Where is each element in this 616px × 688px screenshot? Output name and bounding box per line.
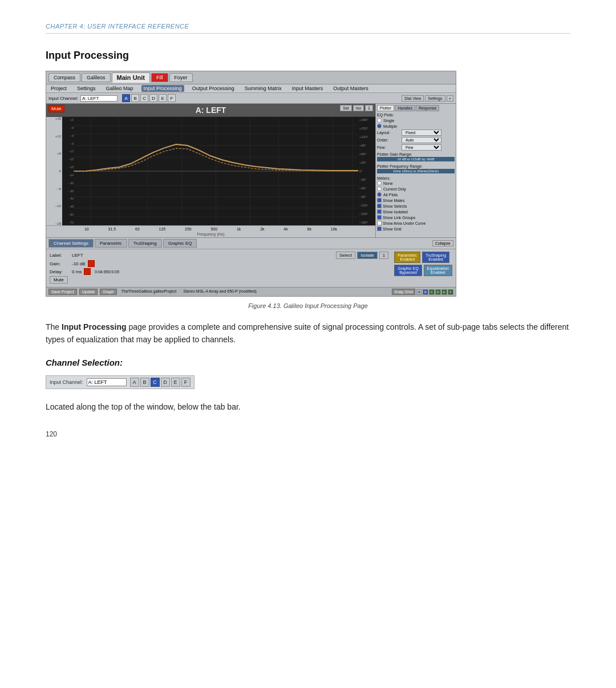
eq-graph-svg (74, 117, 358, 225)
body-text-bold: Input Processing (62, 322, 127, 331)
graphic-eq-tab[interactable]: Graphic EQ (163, 239, 197, 248)
show-mates-checkbox[interactable] (377, 198, 382, 203)
matrix-cell-4[interactable]: D (435, 289, 441, 295)
cw-btn-d[interactable]: D (161, 378, 170, 387)
cw-btn-c[interactable]: C (151, 378, 160, 387)
chapter-header: CHAPTER 4: USER INTERFACE REFERENCE (46, 23, 570, 34)
ch-btn-c[interactable]: C (140, 94, 148, 102)
parametric-tab[interactable]: Parametric (95, 239, 127, 248)
trushaping-tab[interactable]: TruShaping (128, 239, 162, 248)
menu-galileo-map[interactable]: Galileo Map (104, 85, 136, 92)
multiple-radio[interactable] (377, 124, 382, 128)
menu-project[interactable]: Project (48, 85, 69, 92)
eq-enabled-btn[interactable]: EqualizationEnabled (424, 265, 452, 276)
matrix-cell-5[interactable]: E (441, 289, 447, 295)
show-isolated-checkbox[interactable] (377, 209, 382, 214)
ch-btn-b[interactable]: B (131, 94, 139, 102)
label-field-label: Label: (50, 253, 70, 258)
handles-tab[interactable]: Handles (395, 105, 415, 111)
save-project-button[interactable]: Save Project (48, 289, 77, 295)
fine-dropdown[interactable]: Fine (402, 144, 441, 151)
dial-view-btn[interactable]: Dial View (402, 95, 424, 102)
ch-settings-right: ParametricEnabled TruShapingEnabled Grap… (394, 252, 452, 285)
ch-btn-a[interactable]: A (122, 94, 130, 102)
parametric-enabled-btn[interactable]: ParametricEnabled (394, 252, 420, 263)
show-link-groups-checkbox[interactable] (377, 215, 382, 220)
menu-summing-matrix[interactable]: Summing Matrix (242, 85, 284, 92)
cw-btn-a[interactable]: A (130, 378, 139, 387)
settings-btn[interactable]: Settings (425, 95, 445, 102)
graph-button[interactable]: Graph (100, 289, 116, 295)
mute-button[interactable]: Mute (48, 105, 64, 112)
tab-foyer[interactable]: Foyer (169, 73, 193, 82)
show-area-checkbox[interactable] (377, 221, 382, 225)
cw-input[interactable] (87, 378, 127, 386)
meters-current-radio[interactable] (377, 187, 382, 191)
show-selects-row: Show Selects (377, 204, 455, 208)
page-number: 120 (46, 430, 570, 438)
single-radio[interactable] (377, 118, 382, 123)
menu-settings[interactable]: Settings (75, 85, 98, 92)
matrix-cell-3[interactable]: C (429, 289, 435, 295)
channel-selection-widget: Input Channel: A B C D E F (46, 375, 194, 389)
graphic-bypassed-btn[interactable]: Graphic EQBypassed (394, 265, 422, 276)
eq-plots-label: EQ Plots: (377, 113, 400, 117)
meters-none-row: None (377, 181, 455, 185)
meters-none-radio[interactable] (377, 181, 382, 185)
order-dropdown[interactable]: Auto (402, 137, 441, 143)
menu-output-processing[interactable]: Output Processing (190, 85, 237, 92)
status-bar: Save Project Update Graph TheThreeGalleo… (46, 287, 456, 296)
tab-galileos[interactable]: Galileos (82, 73, 111, 82)
layout-dropdown[interactable]: Fixed (402, 129, 441, 136)
trushaping-enabled-btn[interactable]: TruShapingEnabled (422, 252, 449, 263)
tab-fill[interactable]: Fill (151, 73, 168, 82)
select-button[interactable]: Select (336, 252, 355, 259)
single-row: Single (377, 118, 455, 123)
settings-panel: Plotter Handles Response EQ Plots: Singl… (376, 104, 456, 237)
plotter-gain-range-btn[interactable]: ±0 dB to ±15dB by ±6dB (377, 157, 455, 161)
menu-input-processing[interactable]: Input Processing (141, 85, 184, 92)
view-buttons: Dial View Settings ▪ (402, 95, 453, 102)
delay-extra: 0:04:650:0:05 (95, 270, 119, 274)
chapter-title: CHAPTER 4: USER INTERFACE REFERENCE (46, 23, 189, 30)
cw-btn-e[interactable]: E (171, 378, 180, 387)
gain-row: Gain: -10 dB (50, 260, 388, 267)
ch-btn-d[interactable]: D (149, 94, 157, 102)
show-selects-checkbox[interactable] (377, 204, 382, 208)
matrix-cell-2[interactable]: B (423, 289, 428, 295)
iso-button[interactable]: Iso (353, 105, 364, 111)
tab-main-unit[interactable]: Main Unit (112, 72, 151, 83)
ch-btn-f[interactable]: F (168, 94, 176, 102)
tab-compass[interactable]: Compass (48, 73, 80, 82)
cw-btn-f[interactable]: F (181, 378, 191, 387)
show-link-groups-row: Show Link Groups (377, 215, 455, 220)
channel-select-input[interactable] (80, 95, 117, 102)
menu-input-masters[interactable]: Input Masters (290, 85, 326, 92)
fine-row: Fine: Fine (377, 144, 455, 151)
matrix-cell-6[interactable]: F (448, 289, 453, 295)
eq-panel: Mute A: LEFT Set Iso 1 +18 +12 +6 (46, 104, 376, 237)
show-grid-checkbox[interactable] (377, 226, 382, 231)
cw-btn-b[interactable]: B (140, 378, 149, 387)
collapse-button[interactable]: Collapse (432, 240, 453, 246)
ch-settings-tab[interactable]: Channel Settings (48, 239, 94, 248)
meters-all-radio[interactable] (377, 192, 382, 197)
toggle-btn[interactable]: ▪ (447, 95, 453, 102)
delay-red-indicator (84, 268, 91, 275)
gain-label: Gain: (50, 261, 70, 266)
mute-small-button[interactable]: Mute (50, 276, 68, 284)
screenshot-box: Compass Galileos Main Unit Fill Foyer Pr… (46, 71, 456, 297)
menu-output-masters[interactable]: Output Masters (331, 85, 371, 92)
isolate-button[interactable]: Isolate (357, 252, 378, 259)
response-tab[interactable]: Response (416, 105, 440, 111)
matrix-cell-1[interactable]: A (416, 289, 422, 295)
snap-shot-button[interactable]: Snap Shot (392, 289, 415, 295)
set-button[interactable]: Set (340, 105, 352, 111)
gain-labels: +18 +12 +6 0 −6 −12 −18 (46, 117, 62, 225)
num-button[interactable]: 1 (365, 105, 373, 111)
update-button[interactable]: Update (79, 289, 98, 295)
plotter-freq-range-btn[interactable]: 10Hz (20Hz) to 20kHz(22kHz) (377, 169, 455, 173)
ch-btn-e[interactable]: E (159, 94, 167, 102)
plotter-tab[interactable]: Plotter (377, 105, 394, 111)
one-button[interactable]: 1 (379, 252, 388, 259)
